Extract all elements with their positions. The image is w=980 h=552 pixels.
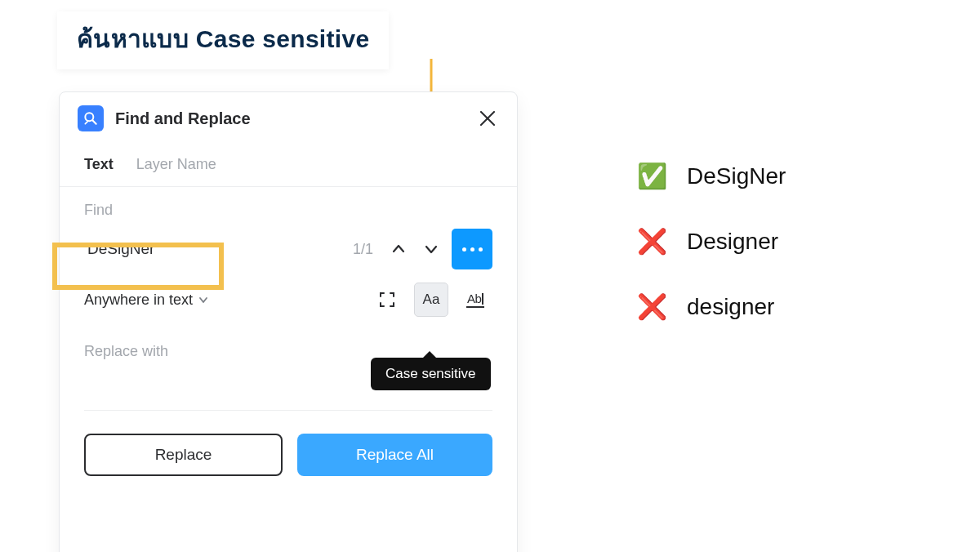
scope-row: Anywhere in text Aa Ab [60, 274, 517, 330]
result-row: ✅ DeSigNer [637, 163, 786, 189]
chevron-up-icon [391, 242, 406, 256]
dialog-actions: Replace Replace All [60, 411, 517, 476]
replace-button[interactable]: Replace [84, 434, 283, 476]
tab-layer-name[interactable]: Layer Name [136, 156, 216, 173]
chevron-down-icon [424, 242, 439, 256]
prev-match-button[interactable] [386, 237, 411, 261]
svg-line-2 [93, 121, 96, 124]
chevron-down-icon [198, 294, 209, 305]
find-more-button[interactable] [452, 229, 492, 269]
example-results: ✅ DeSigNer ❌ Designer ❌ designer [637, 163, 786, 320]
replace-all-button[interactable]: Replace All [297, 434, 492, 476]
tooltip-case-sensitive: Case sensitive [371, 358, 491, 390]
case-sensitive-toggle[interactable]: Aa [414, 283, 448, 317]
scope-label-text: Anywhere in text [84, 292, 193, 309]
cross-icon: ❌ [637, 295, 667, 319]
title-callout: ค้นหาแบบ Case sensitive [57, 11, 389, 69]
tabs: Text Layer Name [60, 145, 517, 187]
find-section: Find 1/1 [60, 187, 517, 274]
match-option-toggles: Aa Ab [370, 283, 492, 317]
find-input[interactable] [84, 235, 284, 263]
find-row: 1/1 [84, 229, 492, 269]
whole-word-toggle[interactable]: Ab [458, 283, 492, 317]
find-label: Find [84, 202, 492, 219]
close-button[interactable] [476, 107, 499, 130]
tab-text[interactable]: Text [84, 156, 114, 173]
scope-dropdown[interactable]: Anywhere in text [84, 292, 209, 309]
dot-icon [462, 247, 466, 252]
dialog-header: Find and Replace [60, 92, 517, 145]
result-row: ❌ designer [637, 294, 786, 320]
corners-icon [378, 291, 396, 309]
whole-word-icon: Ab [466, 292, 484, 308]
cross-icon: ❌ [637, 229, 667, 254]
result-text: designer [687, 294, 774, 320]
dot-icon [470, 247, 474, 252]
find-replace-icon [78, 105, 104, 131]
result-row: ❌ Designer [637, 229, 786, 255]
dialog-title: Find and Replace [115, 109, 465, 128]
check-icon: ✅ [637, 164, 667, 189]
next-match-button[interactable] [419, 237, 443, 261]
close-icon [479, 109, 497, 127]
match-count: 1/1 [353, 241, 373, 258]
result-text: DeSigNer [687, 163, 786, 189]
find-replace-dialog: Find and Replace Text Layer Name Find 1/… [59, 91, 518, 552]
dot-icon [479, 247, 483, 252]
match-fullscreen-toggle[interactable] [370, 283, 404, 317]
result-text: Designer [687, 229, 778, 255]
case-sensitive-icon: Aa [423, 292, 440, 308]
